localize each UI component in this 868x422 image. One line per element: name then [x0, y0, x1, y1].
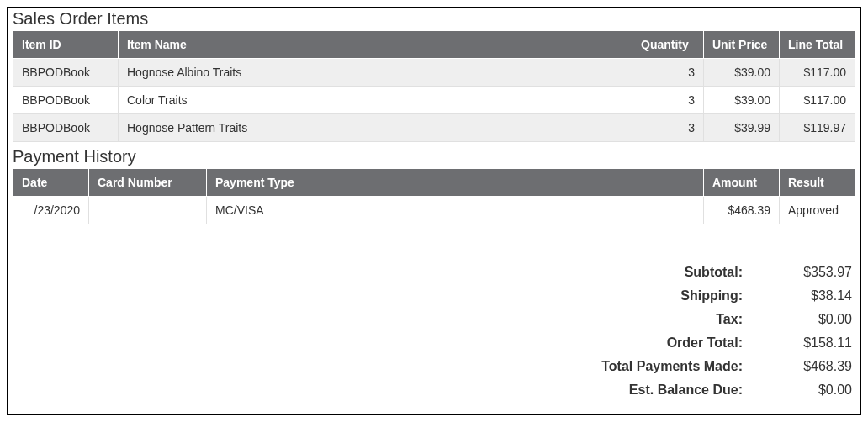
table-row: /23/2020 MC/VISA $468.39 Approved [13, 197, 855, 224]
cell-line-total: $117.00 [780, 59, 855, 87]
order-total-label: Order Total: [667, 335, 776, 351]
balance-due-label: Est. Balance Due: [629, 382, 776, 398]
table-row: BBPODBook Hognose Pattern Traits 3 $39.9… [13, 114, 855, 142]
cell-item-name: Hognose Albino Traits [119, 59, 632, 87]
cell-amount: $468.39 [704, 197, 780, 224]
subtotal-value: $353.97 [776, 265, 852, 280]
totals-row-order-total: Order Total: $158.11 [601, 335, 852, 351]
order-totals: Subtotal: $353.97 Shipping: $38.14 Tax: … [601, 256, 852, 406]
shipping-value: $38.14 [776, 288, 852, 303]
totals-row-shipping: Shipping: $38.14 [601, 288, 852, 303]
tax-value: $0.00 [776, 312, 852, 327]
col-card-number: Card Number [89, 169, 207, 197]
col-item-id: Item ID [13, 31, 119, 59]
cell-quantity: 3 [632, 59, 704, 87]
cell-line-total: $119.97 [780, 114, 855, 142]
totals-row-payments-made: Total Payments Made: $468.39 [601, 359, 852, 374]
col-payment-type: Payment Type [207, 169, 704, 197]
totals-row-tax: Tax: $0.00 [601, 312, 852, 327]
items-header-row: Item ID Item Name Quantity Unit Price Li… [13, 31, 855, 59]
table-row: BBPODBook Color Traits 3 $39.00 $117.00 [13, 87, 855, 114]
cell-result: Approved [780, 197, 855, 224]
cell-item-id: BBPODBook [13, 87, 119, 114]
sales-order-items-title: Sales Order Items [13, 9, 855, 29]
col-amount: Amount [704, 169, 780, 197]
cell-unit-price: $39.00 [704, 87, 780, 114]
cell-date: /23/2020 [13, 197, 89, 224]
cell-quantity: 3 [632, 87, 704, 114]
cell-card-number [89, 197, 207, 224]
payments-header-row: Date Card Number Payment Type Amount Res… [13, 169, 855, 197]
col-date: Date [13, 169, 89, 197]
totals-row-balance-due: Est. Balance Due: $0.00 [601, 382, 852, 398]
cell-item-name: Hognose Pattern Traits [119, 114, 632, 142]
cell-line-total: $117.00 [780, 87, 855, 114]
order-detail-panel: Sales Order Items Item ID Item Name Quan… [7, 7, 861, 415]
totals-row-subtotal: Subtotal: $353.97 [601, 265, 852, 280]
col-unit-price: Unit Price [704, 31, 780, 59]
payment-history-table: Date Card Number Payment Type Amount Res… [13, 168, 855, 224]
sales-order-items-table: Item ID Item Name Quantity Unit Price Li… [13, 30, 855, 142]
balance-due-value: $0.00 [776, 382, 852, 398]
payments-made-label: Total Payments Made: [601, 359, 776, 374]
cell-item-id: BBPODBook [13, 114, 119, 142]
shipping-label: Shipping: [680, 288, 776, 303]
cell-item-id: BBPODBook [13, 59, 119, 87]
cell-quantity: 3 [632, 114, 704, 142]
cell-payment-type: MC/VISA [207, 197, 704, 224]
col-line-total: Line Total [780, 31, 855, 59]
col-item-name: Item Name [119, 31, 632, 59]
table-row: BBPODBook Hognose Albino Traits 3 $39.00… [13, 59, 855, 87]
col-quantity: Quantity [632, 31, 704, 59]
payment-history-title: Payment History [13, 147, 855, 166]
order-total-value: $158.11 [776, 335, 852, 351]
payments-made-value: $468.39 [776, 359, 852, 374]
cell-unit-price: $39.99 [704, 114, 780, 142]
col-result: Result [780, 169, 855, 197]
tax-label: Tax: [716, 312, 776, 327]
cell-item-name: Color Traits [119, 87, 632, 114]
cell-unit-price: $39.00 [704, 59, 780, 87]
subtotal-label: Subtotal: [685, 265, 776, 280]
